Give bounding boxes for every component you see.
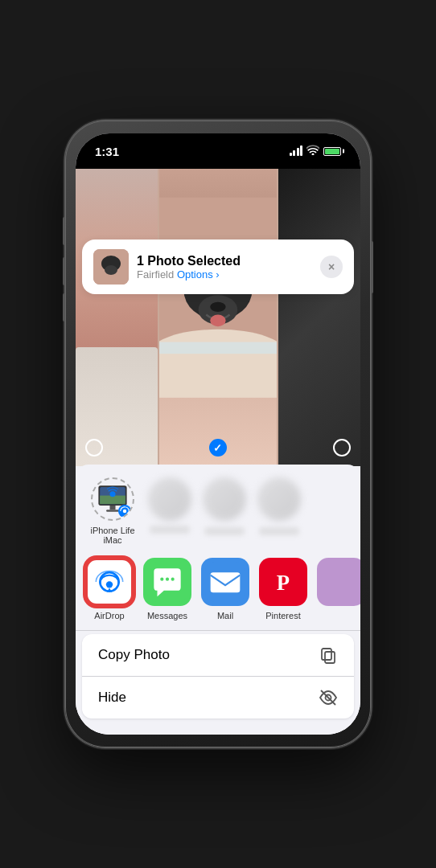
app-pinterest[interactable]: P Pinterest — [259, 558, 307, 620]
share-header: 1 Photo Selected Fairfield Options › × — [82, 240, 354, 294]
hide-row[interactable]: Hide — [82, 677, 354, 719]
status-time: 1:31 — [95, 145, 119, 158]
status-bar: 1:31 — [76, 133, 360, 169]
app-share-row: AirDrop Messa — [76, 551, 360, 631]
airdrop-app-label: AirDrop — [94, 611, 124, 620]
copy-photo-row[interactable]: Copy Photo — [82, 634, 354, 677]
airdrop-device-name: iPhone Life iMac — [88, 526, 137, 545]
svg-point-12 — [210, 315, 225, 327]
svg-rect-22 — [106, 510, 119, 512]
action-rows: Copy Photo Hide — [82, 634, 354, 719]
mail-app-label: Mail — [217, 611, 233, 620]
select-circle-center[interactable]: ✓ — [209, 439, 227, 457]
svg-rect-32 — [211, 572, 241, 592]
wifi-icon — [306, 145, 319, 158]
airdrop-device-item[interactable]: iPhone Life iMac — [88, 477, 137, 545]
app-airdrop[interactable]: AirDrop — [85, 558, 134, 620]
phone-device: 1:31 — [65, 121, 371, 747]
photo-center[interactable]: ✓ — [159, 169, 277, 466]
app-mail[interactable]: Mail — [201, 558, 249, 620]
hide-icon — [319, 688, 338, 707]
svg-line-39 — [321, 690, 335, 705]
svg-point-28 — [160, 578, 163, 581]
photo-right[interactable] — [278, 169, 360, 466]
checkmark-icon: ✓ — [213, 442, 222, 454]
svg-point-30 — [171, 578, 175, 581]
share-title: 1 Photo Selected — [137, 254, 312, 268]
share-subtitle: Fairfield Options › — [137, 268, 312, 280]
svg-rect-2 — [159, 349, 277, 398]
svg-rect-36 — [325, 652, 335, 663]
photos-grid: ✓ — [76, 169, 360, 466]
airdrop-person-4[interactable] — [257, 477, 301, 545]
copy-icon — [319, 645, 338, 665]
close-button[interactable]: × — [320, 256, 343, 278]
photos-area: ✓ — [76, 169, 360, 466]
svg-point-29 — [166, 578, 169, 581]
svg-rect-35 — [321, 562, 360, 602]
signal-icon — [290, 146, 303, 156]
airdrop-app-icon — [85, 558, 134, 606]
svg-point-24 — [123, 510, 127, 514]
svg-rect-37 — [322, 649, 331, 660]
airdrop-person-2[interactable] — [148, 477, 191, 545]
photo-left[interactable] — [76, 169, 158, 466]
messages-app-label: Messages — [147, 611, 187, 620]
status-icons — [290, 145, 342, 158]
svg-rect-13 — [159, 342, 277, 354]
share-info: 1 Photo Selected Fairfield Options › — [137, 254, 312, 280]
pinterest-app-label: Pinterest — [265, 611, 300, 620]
more-app-icon — [317, 558, 360, 606]
airdrop-device-avatar — [91, 477, 134, 521]
airdrop-person-3[interactable] — [203, 477, 246, 545]
app-more[interactable] — [317, 558, 360, 620]
content-area: ✓ — [76, 169, 360, 735]
svg-point-16 — [105, 265, 117, 275]
options-link[interactable]: Options › — [177, 268, 220, 280]
select-circle-left[interactable] — [85, 439, 103, 457]
svg-text:P: P — [277, 571, 290, 595]
battery-icon — [323, 147, 341, 156]
copy-photo-label: Copy Photo — [98, 647, 170, 663]
phone-screen: 1:31 — [76, 133, 360, 735]
app-messages[interactable]: Messages — [143, 558, 191, 620]
select-circle-right[interactable] — [333, 439, 351, 457]
share-thumbnail — [93, 249, 129, 285]
svg-point-23 — [109, 491, 115, 497]
svg-rect-21 — [109, 506, 115, 510]
svg-point-7 — [210, 302, 225, 312]
share-sheet: iPhone Life iMac — [76, 465, 360, 735]
mail-app-icon — [201, 558, 249, 606]
hide-label: Hide — [98, 690, 126, 706]
svg-point-26 — [106, 581, 113, 588]
notch — [166, 133, 270, 156]
airdrop-people-row: iPhone Life iMac — [76, 465, 360, 551]
messages-app-icon — [143, 558, 191, 606]
close-icon: × — [328, 260, 335, 273]
pinterest-app-icon: P — [259, 558, 307, 606]
